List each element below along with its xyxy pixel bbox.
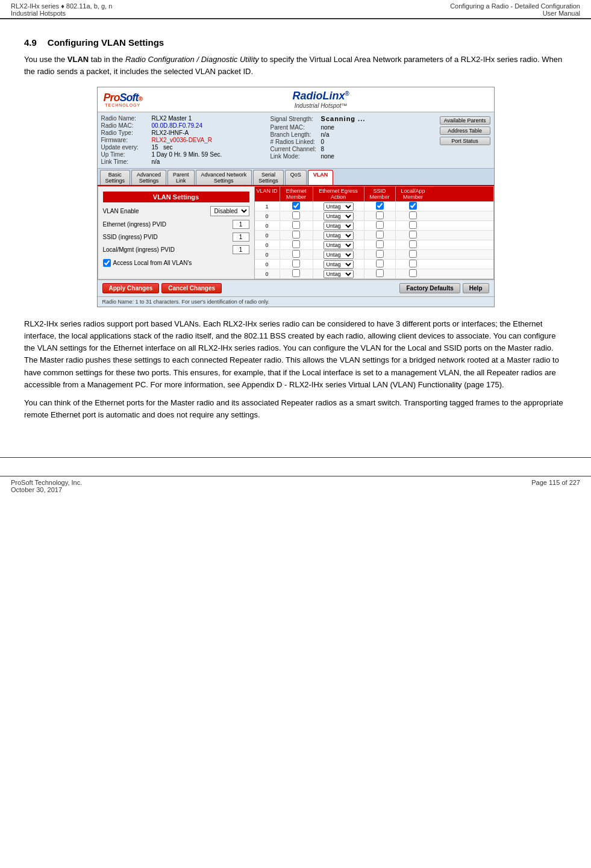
- ssid-member-check-7[interactable]: [376, 260, 384, 267]
- value-firmware: RLX2_v0036-DEVA_R: [152, 137, 212, 143]
- eth-member-check-7[interactable]: [292, 260, 300, 267]
- vlan-access-local-checkbox[interactable]: [103, 259, 111, 267]
- tab-serial-settings[interactable]: SerialSettings: [253, 170, 284, 185]
- local-member-check-8[interactable]: [409, 269, 417, 277]
- ssid-member-check-1[interactable]: [376, 202, 384, 210]
- local-member-5: [396, 240, 431, 249]
- footer-company: ProSoft Technology, Inc.: [11, 479, 82, 486]
- label-parentmac: Parent MAC:: [270, 124, 319, 131]
- vlan-eth-pvid-label: Ethernet (ingress) PVID: [103, 221, 233, 228]
- local-member-check-4[interactable]: [409, 231, 417, 239]
- port-status-button[interactable]: Port Status: [440, 137, 490, 145]
- ssid-member-check-6[interactable]: [376, 250, 384, 258]
- label-linkmode: Link Mode:: [270, 153, 319, 160]
- ssid-member-check-5[interactable]: [376, 240, 384, 248]
- eth-egress-select-6[interactable]: UntagTag: [324, 251, 354, 259]
- vlan-row-5: 0 UntagTag: [255, 240, 493, 250]
- ssid-member-1: [364, 202, 396, 211]
- vlan-enable-field: VLAN Enable Disabled Enabled: [103, 206, 249, 216]
- tab-advanced-network[interactable]: Advanced NetworkSettings: [196, 170, 252, 185]
- ssid-member-2: [364, 211, 396, 220]
- ssid-member-8: [364, 269, 396, 278]
- vlan-access-local-label: Access Local from All VLAN's: [113, 260, 192, 266]
- vlan-row-4: 0 UntagTag: [255, 231, 493, 240]
- vlan-enable-label: VLAN Enable: [103, 208, 210, 214]
- tab-advanced-settings[interactable]: AdvancedSettings: [131, 170, 166, 185]
- local-member-check-2[interactable]: [409, 211, 417, 219]
- main-content: 4.9 Configuring VLAN Settings You use th…: [0, 27, 591, 445]
- local-member-check-5[interactable]: [409, 240, 417, 248]
- local-member-8: [396, 269, 431, 278]
- tab-basic-settings[interactable]: BasicSettings: [100, 170, 131, 185]
- tab-parent-link[interactable]: ParentLink: [167, 170, 195, 185]
- action-buttons-bar: Apply Changes Cancel Changes Factory Def…: [98, 279, 494, 296]
- vlan-row-8: 0 UntagTag: [255, 269, 493, 279]
- value-parentmac: none: [321, 124, 334, 131]
- info-row-radiotype: Radio Type: RLX2-IHNF-A: [101, 130, 264, 136]
- tab-qos[interactable]: QoS: [285, 170, 307, 185]
- help-button[interactable]: Help: [463, 283, 489, 293]
- ssid-member-4: [364, 231, 396, 240]
- info-row-signal: Signal Strength: Scanning ...: [270, 115, 434, 122]
- eth-member-check-2[interactable]: [292, 211, 300, 219]
- eth-member-check-5[interactable]: [292, 240, 300, 248]
- label-uptime: Up Time:: [101, 151, 149, 158]
- label-channel: Current Channel:: [270, 146, 319, 152]
- eth-egress-select-5[interactable]: UntagTag: [324, 241, 354, 249]
- ssid-member-check-8[interactable]: [376, 269, 384, 277]
- screenshot-box: ProSoft® TECHNOLOGY RadioLinx® Industria…: [97, 87, 495, 307]
- eth-egress-select-1[interactable]: UntagTag: [324, 202, 354, 211]
- available-parents-button[interactable]: Available Parents: [440, 116, 490, 125]
- info-panel: Radio Name: RLX2 Master 1 Radio MAC: 00.…: [98, 113, 494, 169]
- eth-member-check-1[interactable]: [292, 202, 300, 210]
- vlan-id-3: 0: [255, 222, 280, 230]
- info-row-firmware: Firmware: RLX2_v0036-DEVA_R: [101, 137, 264, 143]
- info-row-uptime: Up Time: 1 Day 0 Hr. 9 Min. 59 Sec.: [101, 151, 264, 158]
- tab-vlan[interactable]: VLAN: [308, 170, 334, 185]
- vlan-enable-select[interactable]: Disabled Enabled: [210, 206, 249, 216]
- eth-egress-select-8[interactable]: UntagTag: [324, 270, 354, 278]
- header-chapter: Configuring a Radio - Detailed Configura…: [450, 2, 580, 10]
- vlan-right-panel: VLAN ID Ethernet Member Ethernet Egress …: [255, 187, 493, 279]
- eth-egress-2: UntagTag: [313, 212, 364, 220]
- vlan-ssid-pvid-input[interactable]: [233, 233, 249, 242]
- info-left: Radio Name: RLX2 Master 1 Radio MAC: 00.…: [101, 115, 264, 166]
- local-member-check-6[interactable]: [409, 250, 417, 258]
- eth-member-check-8[interactable]: [292, 269, 300, 277]
- col-vlan-id: VLAN ID: [255, 187, 280, 201]
- local-member-check-7[interactable]: [409, 260, 417, 267]
- factory-defaults-button[interactable]: Factory Defaults: [399, 283, 460, 293]
- local-member-check-3[interactable]: [409, 221, 417, 229]
- eth-egress-select-2[interactable]: UntagTag: [324, 212, 354, 220]
- info-row-linktime: Link Time: n/a: [101, 158, 264, 165]
- info-row-parentmac: Parent MAC: none: [270, 124, 434, 131]
- eth-egress-select-7[interactable]: UntagTag: [324, 260, 354, 269]
- prosoft-logo-sub: TECHNOLOGY: [105, 103, 140, 107]
- eth-member-check-4[interactable]: [292, 231, 300, 239]
- label-linktime: Link Time:: [101, 158, 149, 165]
- tabs-row: BasicSettings AdvancedSettings ParentLin…: [98, 169, 494, 186]
- eth-egress-select-3[interactable]: UntagTag: [324, 222, 354, 230]
- eth-egress-select-4[interactable]: UntagTag: [324, 231, 354, 240]
- radiolinx-logo: RadioLinx® Industrial Hotspot™: [154, 90, 488, 109]
- vlan-eth-pvid-input[interactable]: [233, 220, 249, 229]
- footer-left: ProSoft Technology, Inc. October 30, 201…: [11, 479, 82, 493]
- local-member-check-1[interactable]: [409, 202, 417, 210]
- ssid-member-check-3[interactable]: [376, 221, 384, 229]
- address-table-button[interactable]: Address Table: [440, 126, 490, 135]
- eth-member-check-6[interactable]: [292, 250, 300, 258]
- vlan-local-pvid-input[interactable]: [233, 245, 249, 254]
- label-branch: Branch Length:: [270, 131, 319, 138]
- eth-member-4: [280, 231, 313, 240]
- eth-member-check-3[interactable]: [292, 221, 300, 229]
- info-buttons: Available Parents Address Table Port Sta…: [440, 115, 490, 166]
- apply-changes-button[interactable]: Apply Changes: [102, 283, 160, 293]
- local-member-6: [396, 250, 431, 259]
- footer-right: Page 115 of 227: [531, 479, 580, 493]
- ssid-member-check-2[interactable]: [376, 211, 384, 219]
- col-ssid-member: SSID Member: [364, 187, 396, 201]
- ssid-member-3: [364, 221, 396, 230]
- cancel-changes-button[interactable]: Cancel Changes: [161, 283, 222, 293]
- ssid-member-check-4[interactable]: [376, 231, 384, 239]
- value-branch: n/a: [321, 131, 330, 138]
